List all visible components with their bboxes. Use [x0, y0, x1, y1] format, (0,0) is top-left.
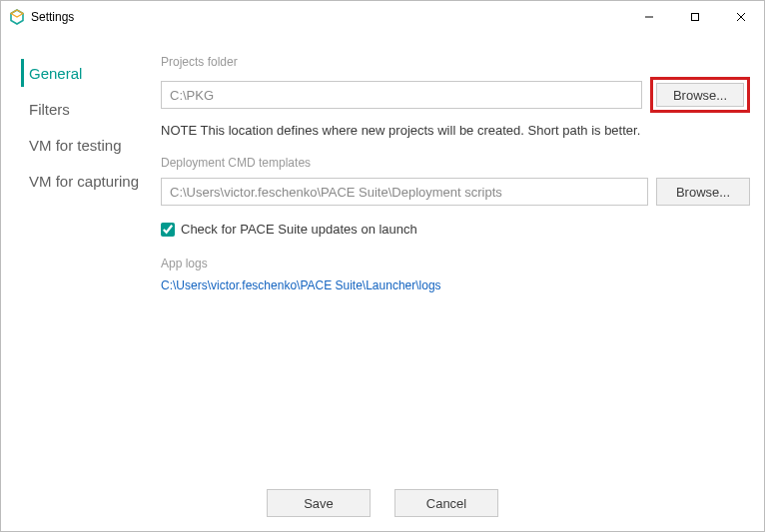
sidebar-item-label: VM for capturing: [29, 173, 139, 190]
app-logs-link[interactable]: C:\Users\victor.feschenko\PACE Suite\Lau…: [161, 278, 750, 292]
maximize-button[interactable]: [672, 1, 718, 33]
sidebar-item-general[interactable]: General: [1, 55, 161, 91]
sidebar-item-filters[interactable]: Filters: [1, 91, 161, 127]
sidebar-item-label: Filters: [29, 101, 70, 118]
svg-rect-3: [692, 14, 699, 21]
deployment-templates-label: Deployment CMD templates: [161, 156, 750, 170]
browse-projects-button[interactable]: Browse...: [656, 83, 744, 107]
projects-folder-input[interactable]: [161, 81, 642, 109]
close-button[interactable]: [718, 1, 764, 33]
window-title: Settings: [31, 10, 74, 24]
sidebar-item-label: General: [29, 65, 82, 82]
footer: Save Cancel: [1, 475, 764, 531]
titlebar: Settings: [1, 1, 764, 33]
window-controls: [626, 1, 764, 33]
browse-deployment-button[interactable]: Browse...: [656, 178, 750, 206]
main-panel: Projects folder Browse... NOTE This loca…: [161, 33, 764, 475]
sidebar-item-vm-testing[interactable]: VM for testing: [1, 127, 161, 163]
check-updates-checkbox[interactable]: [161, 223, 175, 237]
svg-marker-1: [11, 10, 23, 17]
check-updates-label: Check for PACE Suite updates on launch: [181, 222, 417, 237]
sidebar-item-vm-capturing[interactable]: VM for capturing: [1, 163, 161, 199]
minimize-button[interactable]: [626, 1, 672, 33]
sidebar-item-label: VM for testing: [29, 137, 122, 154]
app-logs-label: App logs: [161, 257, 750, 270]
projects-folder-label: Projects folder: [161, 55, 750, 69]
cancel-button[interactable]: Cancel: [394, 489, 498, 517]
deployment-templates-input[interactable]: [161, 178, 648, 206]
save-button[interactable]: Save: [267, 489, 371, 517]
sidebar: General Filters VM for testing VM for ca…: [1, 33, 161, 475]
check-updates-row[interactable]: Check for PACE Suite updates on launch: [161, 222, 750, 237]
projects-folder-note: NOTE This location defines where new pro…: [161, 123, 750, 138]
app-icon: [9, 9, 25, 25]
browse-projects-highlight: Browse...: [650, 77, 750, 113]
